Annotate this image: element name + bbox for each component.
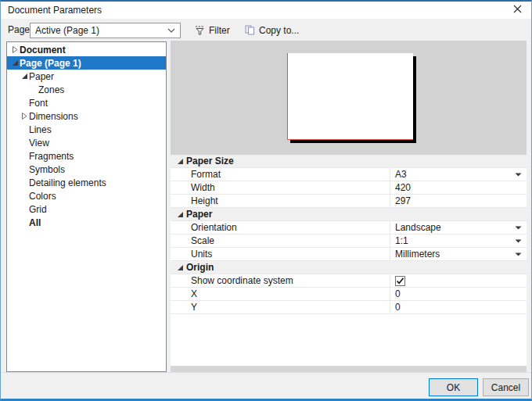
collapse-arrow-icon xyxy=(177,211,186,218)
chevron-down-icon xyxy=(167,28,175,33)
page-preview-area xyxy=(171,41,527,155)
tree-item-label: Dimensions xyxy=(29,111,78,122)
property-label: Scale xyxy=(171,235,390,247)
close-icon xyxy=(513,5,522,16)
horizontal-scrollbar[interactable] xyxy=(171,366,527,372)
property-value-text: Millimeters xyxy=(395,249,440,260)
property-value-x[interactable]: 0 xyxy=(390,288,527,300)
category-paper-size[interactable]: Paper Size xyxy=(171,155,527,168)
tree-item-font[interactable]: Font xyxy=(7,96,166,109)
tree-item-symbols[interactable]: Symbols xyxy=(7,163,166,176)
details-panel: Paper SizeFormatA3Width420Height297Paper… xyxy=(171,41,527,372)
property-row-width: Width420 xyxy=(171,181,527,195)
property-row-format: FormatA3 xyxy=(171,168,527,181)
property-row-orientation: OrientationLandscape xyxy=(171,221,527,235)
tree-item-detailing-elements[interactable]: Detailing elements xyxy=(7,176,166,189)
document-parameters-dialog: Document Parameters Page: Active (Page 1… xyxy=(0,0,532,401)
property-label: Units xyxy=(171,248,390,260)
dropdown-arrow-icon[interactable] xyxy=(515,173,522,177)
tree-item-all[interactable]: All xyxy=(7,216,166,229)
property-label: Y xyxy=(171,301,390,313)
property-label: Height xyxy=(171,195,390,207)
tree-item-label: Lines xyxy=(29,124,52,135)
property-value-text: 420 xyxy=(395,182,411,193)
expand-arrow-icon[interactable] xyxy=(20,113,29,120)
show-coordinate-system-checkbox[interactable] xyxy=(395,276,405,286)
tree-item-dimensions[interactable]: Dimensions xyxy=(7,109,166,123)
footer-bar: OK Cancel xyxy=(1,372,531,399)
property-label: X xyxy=(171,288,390,300)
property-row-y: Y0 xyxy=(171,301,527,314)
property-value-units[interactable]: Millimeters xyxy=(390,248,527,260)
copy-to-button-label: Copy to... xyxy=(259,25,299,36)
dropdown-arrow-icon[interactable] xyxy=(515,252,522,256)
property-value-text: 297 xyxy=(395,195,411,206)
tree-item-label: Page (Page 1) xyxy=(20,58,81,69)
property-row-x: X0 xyxy=(171,288,527,301)
filter-funnel-icon xyxy=(195,25,205,35)
tree-item-lines[interactable]: Lines xyxy=(7,123,166,136)
toolbar: Page: Active (Page 1) Filter xyxy=(1,19,531,41)
property-row-scale: Scale1:1 xyxy=(171,235,527,248)
property-label: Format xyxy=(171,168,390,181)
parameters-tree-panel: DocumentPage (Page 1)PaperZonesFontDimen… xyxy=(6,41,167,372)
property-value-text: 1:1 xyxy=(395,235,408,246)
filter-button[interactable]: Filter xyxy=(190,20,235,40)
tree-item-grid[interactable]: Grid xyxy=(7,202,166,216)
expand-arrow-icon[interactable] xyxy=(10,46,20,53)
tree-item-label: Paper xyxy=(29,71,54,82)
tree-item-page-page-1[interactable]: Page (Page 1) xyxy=(7,56,166,70)
dropdown-arrow-icon[interactable] xyxy=(515,239,522,243)
property-label: Width xyxy=(171,181,390,194)
title-bar: Document Parameters xyxy=(1,2,531,19)
property-value-format[interactable]: A3 xyxy=(390,168,527,181)
property-value-y[interactable]: 0 xyxy=(390,301,527,313)
property-row-show-coordinate-system: Show coordinate system xyxy=(171,274,527,288)
page-select-value: Active (Page 1) xyxy=(35,25,99,36)
category-paper[interactable]: Paper xyxy=(171,208,527,221)
tree-item-label: Detailing elements xyxy=(29,177,106,188)
property-value-height[interactable]: 297 xyxy=(390,195,527,207)
property-row-units: UnitsMillimeters xyxy=(171,248,527,261)
dropdown-arrow-icon[interactable] xyxy=(515,226,522,230)
property-label: Show coordinate system xyxy=(171,274,390,287)
tree-item-label: Document xyxy=(20,45,66,55)
tree-item-paper[interactable]: Paper xyxy=(7,70,166,83)
page-thumbnail xyxy=(287,53,413,140)
tree-item-colors[interactable]: Colors xyxy=(7,189,166,202)
tree-item-document[interactable]: Document xyxy=(7,43,166,56)
property-value-text: A3 xyxy=(395,169,407,180)
page-select[interactable]: Active (Page 1) xyxy=(30,23,181,38)
tree-item-label: View xyxy=(29,138,49,149)
page-label: Page: xyxy=(8,19,32,41)
property-value-orientation[interactable]: Landscape xyxy=(390,221,527,234)
tree-item-zones[interactable]: Zones xyxy=(7,83,166,96)
property-value-text: 0 xyxy=(395,288,401,299)
close-button[interactable] xyxy=(503,2,531,19)
category-title: Origin xyxy=(186,262,214,273)
tree-item-fragments[interactable]: Fragments xyxy=(7,149,166,163)
copy-to-button[interactable]: Copy to... xyxy=(240,20,304,40)
tree-item-label: Zones xyxy=(38,84,64,95)
tree-item-label: Colors xyxy=(29,191,56,202)
collapse-arrow-icon[interactable] xyxy=(20,73,29,80)
window-title: Document Parameters xyxy=(8,2,102,19)
ok-button[interactable]: OK xyxy=(429,378,478,396)
property-value-show-coordinate-system[interactable] xyxy=(390,274,527,287)
collapse-arrow-icon xyxy=(177,264,186,271)
property-value-text: Landscape xyxy=(395,222,441,233)
cancel-button[interactable]: Cancel xyxy=(483,378,529,396)
category-title: Paper Size xyxy=(186,156,234,166)
tree-item-label: Font xyxy=(29,98,48,109)
property-value-text: 0 xyxy=(395,302,401,313)
collapse-arrow-icon[interactable] xyxy=(10,59,20,66)
collapse-arrow-icon xyxy=(177,158,186,165)
category-origin[interactable]: Origin xyxy=(171,261,527,274)
copy-pages-icon xyxy=(245,25,255,35)
property-value-scale[interactable]: 1:1 xyxy=(390,235,527,247)
filter-button-label: Filter xyxy=(209,25,230,36)
property-value-width[interactable]: 420 xyxy=(390,181,527,194)
tree-item-view[interactable]: View xyxy=(7,136,166,149)
tree-item-label: Grid xyxy=(29,204,47,215)
tree-item-label: Symbols xyxy=(29,164,65,175)
